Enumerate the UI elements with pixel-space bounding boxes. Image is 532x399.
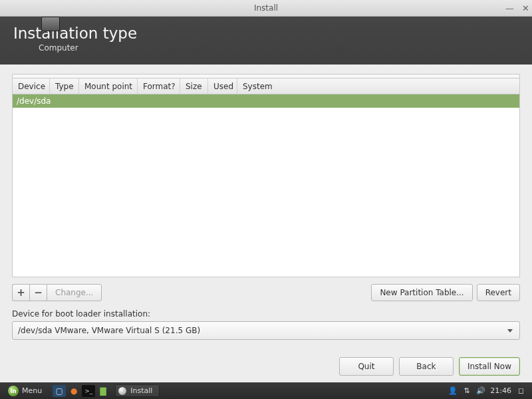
mint-logo-icon: ln bbox=[8, 386, 19, 396]
network-icon[interactable]: ⇅ bbox=[462, 386, 471, 395]
row-device: /dev/sda bbox=[17, 96, 51, 106]
minimize-icon[interactable]: — bbox=[505, 3, 514, 13]
table-header: Device Type Mount point Format? Size Use… bbox=[13, 78, 519, 94]
start-menu-button[interactable]: ln Menu bbox=[3, 384, 47, 398]
session-icon[interactable]: ◻ bbox=[517, 386, 525, 395]
page-title: Installation type bbox=[13, 25, 519, 42]
col-used[interactable]: Used bbox=[208, 78, 237, 94]
taskbar: ln Menu ▢ ● >_ ▇ Install 👤 ⇅ 🔊 21:46 ◻ bbox=[0, 382, 532, 399]
col-mount[interactable]: Mount point bbox=[79, 78, 138, 94]
table-body: /dev/sda bbox=[13, 94, 519, 277]
close-icon[interactable]: ✕ bbox=[522, 3, 529, 13]
partition-table[interactable]: Device Type Mount point Format? Size Use… bbox=[12, 78, 520, 277]
window-title: Install bbox=[254, 3, 278, 13]
wizard-footer: Quit Back Install Now bbox=[12, 357, 520, 376]
col-format[interactable]: Format? bbox=[138, 78, 180, 94]
quicklaunch: ▢ ● >_ ▇ bbox=[53, 385, 110, 397]
revert-button[interactable]: Revert bbox=[477, 284, 520, 301]
table-row[interactable]: /dev/sda bbox=[13, 94, 519, 108]
quit-button[interactable]: Quit bbox=[339, 357, 394, 376]
installer-content: Device Type Mount point Format? Size Use… bbox=[0, 65, 532, 382]
app-icon bbox=[118, 387, 126, 395]
taskbar-app-label: Install bbox=[130, 386, 152, 395]
col-size[interactable]: Size bbox=[180, 78, 208, 94]
install-now-button[interactable]: Install Now bbox=[459, 357, 520, 376]
menu-label: Menu bbox=[22, 386, 42, 395]
firefox-icon[interactable]: ● bbox=[67, 385, 80, 397]
bootloader-selected: /dev/sda VMware, VMware Virtual S (21.5 … bbox=[18, 326, 200, 335]
drive-icon bbox=[41, 17, 60, 31]
back-button[interactable]: Back bbox=[399, 357, 454, 376]
col-type[interactable]: Type bbox=[50, 78, 79, 94]
system-tray: 👤 ⇅ 🔊 21:46 ◻ bbox=[448, 386, 529, 395]
partition-toolbar: + − Change... New Partition Table... Rev… bbox=[12, 284, 520, 301]
window-titlebar: Install — ✕ bbox=[0, 0, 532, 17]
add-partition-button[interactable]: + bbox=[12, 284, 29, 301]
col-device[interactable]: Device bbox=[13, 78, 50, 94]
volume-icon[interactable]: 🔊 bbox=[476, 386, 485, 395]
chevron-down-icon bbox=[507, 329, 513, 332]
taskbar-app-install[interactable]: Install bbox=[115, 384, 160, 397]
col-system[interactable]: System bbox=[237, 78, 519, 94]
change-partition-button[interactable]: Change... bbox=[47, 284, 102, 301]
bootloader-device-combo[interactable]: /dev/sda VMware, VMware Virtual S (21.5 … bbox=[12, 321, 520, 340]
remove-partition-button[interactable]: − bbox=[29, 284, 47, 301]
terminal-icon[interactable]: >_ bbox=[82, 385, 95, 397]
files-icon[interactable]: ▇ bbox=[96, 385, 110, 397]
clock[interactable]: 21:46 bbox=[490, 386, 511, 395]
bootloader-label: Device for boot loader installation: bbox=[12, 309, 520, 319]
user-icon[interactable]: 👤 bbox=[448, 386, 457, 395]
installer-header: Installation type Computer bbox=[0, 17, 532, 65]
new-partition-table-button[interactable]: New Partition Table... bbox=[371, 284, 472, 301]
show-desktop-icon[interactable]: ▢ bbox=[53, 385, 66, 397]
breadcrumb: Computer bbox=[39, 43, 519, 53]
